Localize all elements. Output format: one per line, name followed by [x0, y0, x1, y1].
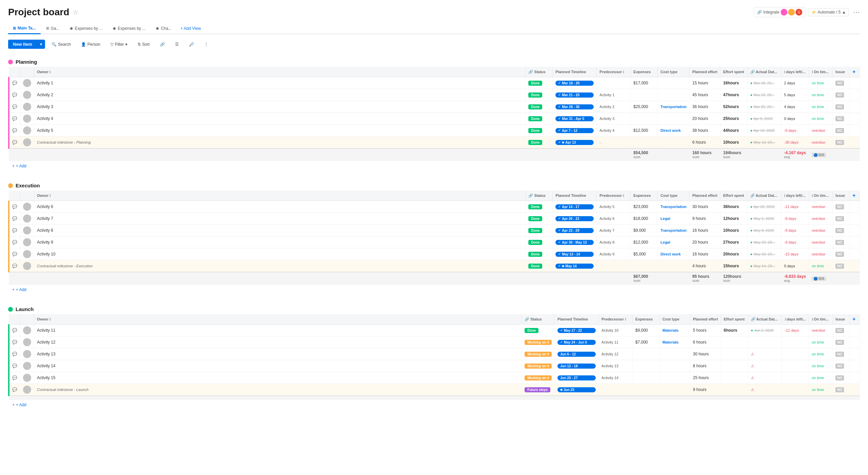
comment-cell[interactable]: 💬: [9, 89, 20, 101]
cost-type-cell[interactable]: Transportation: [658, 201, 690, 213]
timeline-cell[interactable]: ✓ Mar 31 - Apr 5: [553, 113, 597, 125]
timeline-cell[interactable]: ✓ Mar 18 - 20: [553, 77, 597, 89]
cost-type-cell[interactable]: [660, 348, 690, 360]
status-cell[interactable]: Done: [526, 201, 553, 213]
cost-type-cell[interactable]: [658, 89, 690, 101]
comment-cell[interactable]: 💬: [9, 113, 20, 125]
integrate-button[interactable]: 🔗 Integrate G: [754, 7, 805, 17]
cost-type-cell[interactable]: [658, 137, 690, 149]
timeline-cell[interactable]: ✓ Apr 30 - May 13: [553, 236, 597, 248]
issue-cell: NO: [833, 89, 850, 101]
comment-cell[interactable]: 💬: [9, 77, 20, 89]
comment-cell[interactable]: 💬: [9, 325, 20, 336]
search-button[interactable]: 🔍 Search: [48, 40, 75, 49]
status-cell[interactable]: Done: [522, 325, 555, 336]
comment-cell[interactable]: 💬: [9, 336, 20, 348]
cost-type-cell[interactable]: [658, 260, 690, 272]
sort-button[interactable]: ⇅ Sort: [134, 40, 153, 49]
filter-button[interactable]: ▽ Filter ▾: [107, 40, 131, 49]
add-planning-row[interactable]: + + Add: [8, 161, 860, 171]
add-view-button[interactable]: + Add View: [177, 23, 204, 34]
person-button[interactable]: 👤 Person: [77, 40, 104, 49]
comment-cell[interactable]: 💬: [9, 348, 20, 360]
new-item-button[interactable]: New Item: [8, 40, 37, 49]
cost-type-cell[interactable]: Legal: [658, 236, 690, 248]
status-cell[interactable]: Working on it: [522, 372, 555, 384]
comment-cell[interactable]: 💬: [9, 360, 20, 372]
status-cell[interactable]: Working on it: [522, 348, 555, 360]
add-launch-row[interactable]: + + Add: [8, 400, 860, 410]
timeline-cell[interactable]: ✓ Apr 23 - 29: [553, 225, 597, 236]
timeline-cell[interactable]: Jun 12 - 18: [555, 360, 599, 372]
status-cell[interactable]: Done: [526, 125, 553, 137]
comment-cell[interactable]: 💬: [9, 384, 20, 396]
timeline-cell[interactable]: ✓ May 13 - 14: [553, 248, 597, 260]
status-cell[interactable]: Done: [526, 236, 553, 248]
comment-cell[interactable]: 💬: [9, 213, 20, 225]
timeline-cell[interactable]: ✓ Apr 14 - 17: [553, 201, 597, 213]
zoom-button[interactable]: 🔎: [185, 40, 198, 49]
comment-cell[interactable]: 💬: [9, 101, 20, 113]
timeline-cell[interactable]: ✓ Mar 28 - 30: [553, 101, 597, 113]
tab-main[interactable]: ⊞ Main Ta...: [8, 23, 41, 34]
col-add-la[interactable]: +: [850, 314, 860, 325]
timeline-cell[interactable]: ✓ Apr 20 - 22: [553, 213, 597, 225]
timeline-cell[interactable]: ✓ ◆ May 14: [553, 260, 597, 272]
cost-type-cell[interactable]: [658, 113, 690, 125]
status-cell[interactable]: Done: [526, 101, 553, 113]
cost-type-cell[interactable]: [660, 360, 690, 372]
link-button[interactable]: 🔗: [156, 40, 169, 49]
status-cell[interactable]: Done: [526, 89, 553, 101]
status-cell[interactable]: Done: [526, 113, 553, 125]
status-cell[interactable]: Working on it: [522, 360, 555, 372]
cost-type-cell[interactable]: Materials: [660, 336, 690, 348]
tab-expenses2[interactable]: ◉ Expenses by ...: [108, 23, 150, 34]
comment-cell[interactable]: 💬: [9, 236, 20, 248]
cost-type-cell[interactable]: [660, 384, 690, 396]
timeline-cell[interactable]: ✓ May 17 - 22: [555, 325, 599, 336]
timeline-cell[interactable]: ✓ May 24 - Jun 5: [555, 336, 599, 348]
tab-gantt[interactable]: ⊞ Ga...: [41, 23, 64, 34]
comment-cell[interactable]: 💬: [9, 201, 20, 213]
cost-type-cell[interactable]: [660, 372, 690, 384]
cost-type-cell[interactable]: Direct work: [658, 125, 690, 137]
status-cell[interactable]: Done: [526, 225, 553, 236]
cost-type-cell[interactable]: Materials: [660, 325, 690, 336]
status-cell[interactable]: Working on it: [522, 336, 555, 348]
cost-type-cell[interactable]: Direct work: [658, 248, 690, 260]
status-cell[interactable]: Done: [526, 77, 553, 89]
comment-cell[interactable]: 💬: [9, 125, 20, 137]
timeline-cell[interactable]: ✓ ◆ Apr 13: [553, 137, 597, 149]
cost-type-cell[interactable]: [658, 77, 690, 89]
comment-cell[interactable]: 💬: [9, 260, 20, 272]
status-cell[interactable]: Done: [526, 248, 553, 260]
tab-chart[interactable]: ◉ Cha...: [151, 23, 176, 34]
col-add-planning[interactable]: +: [850, 67, 860, 77]
comment-cell[interactable]: 💬: [9, 137, 20, 149]
name-cell: Activity 14: [34, 360, 522, 372]
cost-type-cell[interactable]: Legal: [658, 213, 690, 225]
col-add-ex[interactable]: +: [850, 190, 860, 201]
more-options-icon[interactable]: ⋯: [853, 8, 860, 16]
status-cell[interactable]: Future steps: [522, 384, 555, 396]
status-cell[interactable]: Done: [526, 260, 553, 272]
timeline-cell[interactable]: ✓ Mar 21 - 25: [553, 89, 597, 101]
add-execution-row[interactable]: + + Add: [8, 285, 860, 295]
comment-cell[interactable]: 💬: [9, 248, 20, 260]
more-toolbar-button[interactable]: ⋮: [200, 40, 212, 49]
comment-cell[interactable]: 💬: [9, 372, 20, 384]
new-item-dropdown[interactable]: ▾: [37, 40, 45, 49]
timeline-cell[interactable]: ✓ Apr 7 - 12: [553, 125, 597, 137]
comment-cell[interactable]: 💬: [9, 225, 20, 236]
list-button[interactable]: ☰: [171, 40, 183, 49]
cost-type-cell[interactable]: Transportation: [658, 101, 690, 113]
automate-button[interactable]: ⚡ Automate / 5 ▲: [808, 8, 849, 16]
timeline-cell[interactable]: Jun 6 - 12: [555, 348, 599, 360]
cost-type-cell[interactable]: Transportation: [658, 225, 690, 236]
timeline-cell[interactable]: ◆ Jun 25: [555, 384, 599, 396]
star-icon[interactable]: ☆: [72, 8, 79, 16]
timeline-cell[interactable]: Jun 20 - 27: [555, 372, 599, 384]
status-cell[interactable]: Done: [526, 137, 553, 149]
tab-expenses1[interactable]: ◉ Expenses by ...: [65, 23, 107, 34]
status-cell[interactable]: Done: [526, 213, 553, 225]
